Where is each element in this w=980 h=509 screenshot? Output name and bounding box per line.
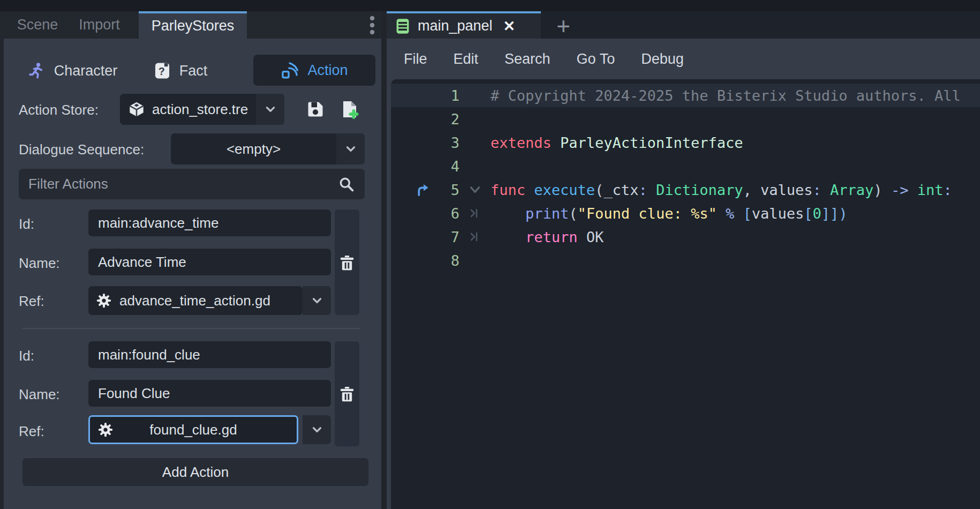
menu-search[interactable]: Search: [504, 51, 551, 68]
action-id-input[interactable]: main:advance_time: [88, 209, 331, 236]
action-name-label: Name:: [19, 255, 60, 272]
chevron-down-icon: [310, 423, 324, 437]
group-divider: [22, 328, 360, 329]
line-number: 8: [434, 252, 459, 269]
override-arrow-icon: [416, 182, 432, 198]
add-action-button[interactable]: Add Action: [22, 458, 368, 486]
action-ref-dropdown-arrow[interactable]: [303, 286, 331, 315]
window-top-strip: [0, 0, 980, 11]
indent-guide-icon: [469, 207, 481, 220]
code-line[interactable]: 8: [391, 249, 980, 272]
action-store-select[interactable]: action_store.tre: [120, 94, 284, 125]
gear-icon: [97, 422, 114, 438]
action-id-label: Id:: [19, 216, 34, 233]
action-name-value: Advance Time: [98, 254, 186, 271]
action-store-label: Action Store:: [19, 102, 99, 118]
action-ref-label: Ref:: [19, 423, 44, 440]
code-editor[interactable]: 1# Copyright 2024-2025 the Bisterix Stud…: [391, 79, 980, 509]
store-tab-character[interactable]: Character: [19, 56, 126, 86]
menu-file[interactable]: File: [404, 51, 427, 68]
code-line[interactable]: 1# Copyright 2024-2025 the Bisterix Stud…: [391, 84, 980, 107]
tab-main-panel-label: main_panel: [418, 18, 493, 34]
chevron-down-icon: [310, 294, 324, 308]
store-tab-character-label: Character: [54, 63, 118, 79]
chevron-down-icon: [344, 142, 358, 156]
action-ref-select-focused[interactable]: found_clue.gd: [88, 415, 298, 444]
action-id-value: main:advance_time: [98, 215, 218, 231]
code-line[interactable]: 4: [391, 154, 980, 178]
action-name-input[interactable]: Found Clue: [88, 380, 331, 407]
close-tab-icon[interactable]: ✕: [503, 18, 516, 35]
filter-actions-input[interactable]: Filter Actions: [19, 169, 365, 199]
dialogue-sequence-label: Dialogue Sequence:: [19, 141, 144, 158]
svg-text:?: ?: [158, 65, 164, 77]
line-number: 2: [434, 111, 459, 128]
action-ref-label: Ref:: [19, 293, 44, 310]
menu-edit[interactable]: Edit: [454, 51, 479, 68]
script-menu-bar: File Edit Search Go To Debug: [387, 39, 980, 79]
action-ref-value: found_clue.gd: [149, 422, 237, 438]
gear-icon: [96, 293, 112, 309]
script-editor-panel: main_panel ✕ + File Edit Search Go To De…: [387, 11, 980, 509]
action-store-value: action_store.tre: [152, 101, 248, 118]
line-number: 1: [434, 87, 459, 104]
chevron-down-icon: [263, 102, 277, 116]
tab-scene-label: Scene: [17, 17, 58, 33]
menu-goto[interactable]: Go To: [577, 51, 615, 68]
store-tab-action-label: Action: [307, 62, 348, 79]
save-icon: [306, 100, 325, 119]
tab-parleystores-label: ParleyStores: [152, 18, 235, 34]
line-number: 5: [434, 182, 459, 198]
delete-action-button[interactable]: [335, 341, 359, 446]
code-text: extends ParleyActionInterface: [491, 134, 980, 151]
code-line[interactable]: 7 return OK: [391, 225, 980, 249]
store-tab-fact[interactable]: ? Fact: [127, 56, 234, 86]
store-tab-action[interactable]: Action: [253, 55, 375, 86]
code-line[interactable]: 2: [391, 107, 980, 131]
code-lines: 1# Copyright 2024-2025 the Bisterix Stud…: [391, 84, 980, 272]
action-ref-select[interactable]: advance_time_action.gd: [88, 286, 303, 315]
store-tab-fact-label: Fact: [179, 63, 208, 79]
action-id-label: Id:: [19, 348, 34, 364]
code-line[interactable]: 5 func execute(_ctx: Dictionary, values:…: [391, 178, 980, 201]
tab-main-panel[interactable]: main_panel ✕: [387, 11, 541, 39]
tab-import[interactable]: Import: [61, 11, 138, 39]
dialogue-sequence-dropdown-arrow[interactable]: [336, 133, 365, 164]
menu-debug[interactable]: Debug: [641, 51, 684, 68]
filter-actions-placeholder: Filter Actions: [28, 176, 338, 192]
line-number: 3: [434, 134, 459, 151]
kebab-menu-icon[interactable]: [365, 14, 379, 36]
add-action-label: Add Action: [162, 464, 229, 481]
cube-icon: [129, 101, 145, 117]
action-ref-dropdown-arrow[interactable]: [303, 415, 331, 444]
action-name-input[interactable]: Advance Time: [88, 249, 331, 275]
save-store-button[interactable]: [303, 96, 328, 122]
dialogue-sequence-value: <empty>: [227, 141, 281, 158]
dock-tab-bar: Scene Import ParleyStores: [0, 11, 381, 39]
tab-parleystores[interactable]: ParleyStores: [139, 11, 247, 39]
action-store-dropdown-arrow[interactable]: [256, 94, 284, 125]
code-line[interactable]: 3extends ParleyActionInterface: [391, 131, 980, 154]
new-file-icon: [340, 100, 359, 119]
script-icon: [395, 18, 410, 35]
line-number: 4: [434, 158, 459, 175]
fact-icon: ?: [154, 62, 171, 80]
code-line[interactable]: 6 print("Found clue: %s" % [values[0]]): [391, 201, 980, 225]
code-text: return OK: [491, 229, 980, 245]
delete-action-button[interactable]: [335, 209, 359, 315]
search-icon: [338, 176, 355, 193]
action-id-input[interactable]: main:found_clue: [88, 341, 331, 368]
line-number: 7: [434, 229, 459, 245]
dialogue-sequence-select[interactable]: <empty>: [171, 133, 365, 164]
indent-guide-icon: [469, 230, 481, 243]
new-tab-button[interactable]: +: [548, 13, 578, 39]
trash-icon: [338, 385, 356, 403]
plus-icon: +: [556, 13, 570, 40]
code-text: # Copyright 2024-2025 the Bisterix Studi…: [491, 87, 980, 104]
action-id-value: main:found_clue: [98, 347, 200, 363]
character-icon: [27, 62, 46, 80]
fold-chevron-down-icon[interactable]: [468, 183, 482, 197]
action-icon: [281, 61, 299, 79]
trash-icon: [338, 253, 356, 272]
new-store-button[interactable]: [337, 96, 363, 122]
